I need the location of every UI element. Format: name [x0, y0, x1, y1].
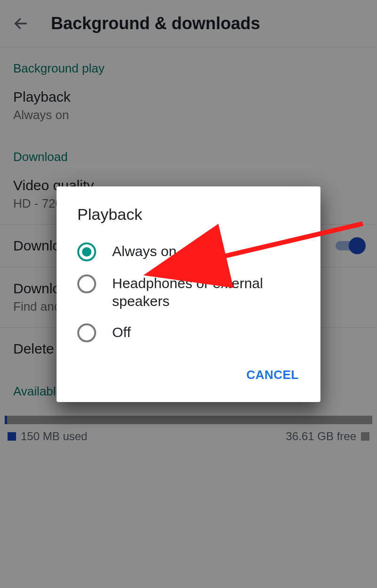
radio-icon	[77, 323, 96, 342]
option-label: Off	[112, 323, 131, 341]
cancel-button[interactable]: CANCEL	[241, 363, 304, 387]
option-label: Headphones or external speakers	[112, 274, 300, 310]
modal-overlay[interactable]: Playback Always on Headphones or externa…	[0, 0, 377, 588]
playback-option-off[interactable]: Off	[57, 317, 320, 349]
playback-option-always-on[interactable]: Always on	[57, 236, 320, 268]
option-label: Always on	[112, 242, 177, 260]
radio-icon	[77, 242, 96, 261]
radio-icon	[77, 274, 96, 293]
dialog-title: Playback	[57, 205, 320, 236]
playback-dialog: Playback Always on Headphones or externa…	[57, 186, 320, 402]
playback-option-headphones[interactable]: Headphones or external speakers	[57, 268, 320, 317]
